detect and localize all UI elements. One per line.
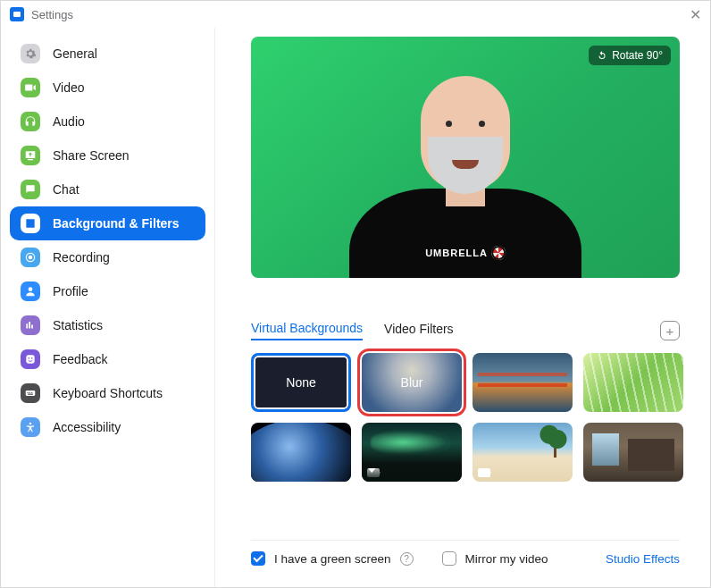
footer-controls: I have a green screen ? Mirror my video … (251, 540, 680, 578)
sidebar-item-label: Recording (53, 250, 110, 265)
help-icon[interactable]: ? (400, 552, 414, 566)
sidebar-item-share-screen[interactable]: Share Screen (10, 139, 205, 172)
sidebar-item-keyboard-shortcuts[interactable]: Keyboard Shortcuts (10, 376, 205, 410)
rotate-label: Rotate 90° (612, 49, 663, 62)
sidebar-item-label: Profile (53, 284, 88, 298)
video-indicator-icon (367, 468, 380, 477)
svg-rect-8 (29, 392, 30, 393)
studio-effects-link[interactable]: Studio Effects (606, 552, 680, 566)
headphones-icon (21, 112, 40, 131)
preview-person: UMBRELLA (349, 55, 581, 278)
green-screen-label: I have a green screen (274, 552, 391, 566)
sidebar-item-accessibility[interactable]: Accessibility (10, 410, 205, 444)
svg-point-1 (29, 256, 33, 260)
thumb-label: Blur (401, 375, 423, 390)
sidebar-item-label: Chat (53, 182, 79, 197)
settings-sidebar: General Video Audio Share Screen Chat Ba… (1, 28, 215, 587)
tab-video-filters[interactable]: Video Filters (384, 322, 454, 340)
green-screen-checkbox[interactable] (251, 551, 265, 566)
sidebar-item-profile[interactable]: Profile (10, 274, 205, 308)
titlebar: Settings ✕ (1, 1, 710, 28)
gear-icon (21, 44, 40, 63)
sidebar-item-label: Share Screen (53, 148, 130, 163)
sidebar-item-general[interactable]: General (10, 37, 205, 71)
accessibility-icon (21, 417, 40, 437)
close-icon[interactable]: ✕ (690, 6, 701, 23)
sidebar-item-label: Accessibility (53, 420, 121, 434)
sidebar-item-label: Background & Filters (53, 216, 180, 231)
background-grid: None Blur (251, 353, 698, 482)
svg-rect-7 (28, 392, 29, 393)
record-icon (21, 248, 40, 267)
svg-point-4 (28, 357, 29, 359)
background-option-none[interactable]: None (251, 353, 351, 412)
sidebar-item-label: Video (53, 80, 85, 95)
sidebar-item-label: Audio (53, 114, 85, 129)
background-option-blur[interactable]: Blur (362, 353, 462, 412)
feedback-icon (21, 349, 40, 369)
background-tabs: Virtual Backgrounds Video Filters + (251, 321, 680, 340)
statistics-icon (21, 315, 40, 335)
svg-point-11 (29, 423, 32, 425)
video-icon (21, 78, 40, 97)
shirt-brand: UMBRELLA (425, 248, 488, 258)
sidebar-item-chat[interactable]: Chat (10, 172, 205, 206)
background-option-bridge[interactable] (473, 353, 573, 412)
sidebar-item-background-filters[interactable]: Background & Filters (10, 206, 205, 240)
video-indicator-icon (478, 468, 490, 477)
main-panel: Rotate 90° UMBRELLA Virtual Backgrounds … (215, 28, 710, 587)
profile-icon (21, 281, 40, 301)
background-option-beach[interactable] (473, 423, 573, 482)
svg-point-2 (29, 287, 33, 291)
svg-rect-10 (28, 394, 33, 395)
add-background-button[interactable]: + (660, 321, 680, 340)
background-option-grass[interactable] (583, 353, 683, 412)
sidebar-item-label: Keyboard Shortcuts (53, 386, 163, 400)
background-option-earth[interactable] (251, 423, 351, 482)
rotate-icon (597, 50, 607, 61)
svg-rect-3 (26, 355, 34, 363)
sidebar-item-audio[interactable]: Audio (10, 105, 205, 139)
sidebar-item-statistics[interactable]: Statistics (10, 308, 205, 342)
tab-virtual-backgrounds[interactable]: Virtual Backgrounds (251, 321, 363, 340)
window-title: Settings (31, 8, 73, 21)
background-option-room[interactable] (583, 423, 683, 482)
background-icon (21, 214, 40, 233)
mirror-video-checkbox[interactable] (442, 551, 456, 566)
video-preview: Rotate 90° UMBRELLA (251, 37, 680, 278)
sidebar-item-feedback[interactable]: Feedback (10, 342, 205, 376)
mirror-video-label: Mirror my video (465, 552, 548, 566)
background-option-aurora[interactable] (362, 423, 462, 482)
share-screen-icon (21, 146, 40, 165)
sidebar-item-video[interactable]: Video (10, 71, 205, 105)
rotate-button[interactable]: Rotate 90° (589, 46, 671, 65)
sidebar-item-label: Feedback (53, 352, 107, 366)
sidebar-item-label: General (53, 46, 97, 61)
keyboard-icon (21, 383, 40, 403)
svg-rect-9 (31, 392, 32, 393)
thumb-label: None (286, 375, 315, 390)
sidebar-item-recording[interactable]: Recording (10, 240, 205, 274)
umbrella-logo-icon (491, 246, 506, 260)
svg-point-5 (31, 357, 33, 359)
sidebar-item-label: Statistics (53, 318, 103, 332)
chat-icon (21, 180, 40, 199)
app-icon (10, 7, 24, 21)
